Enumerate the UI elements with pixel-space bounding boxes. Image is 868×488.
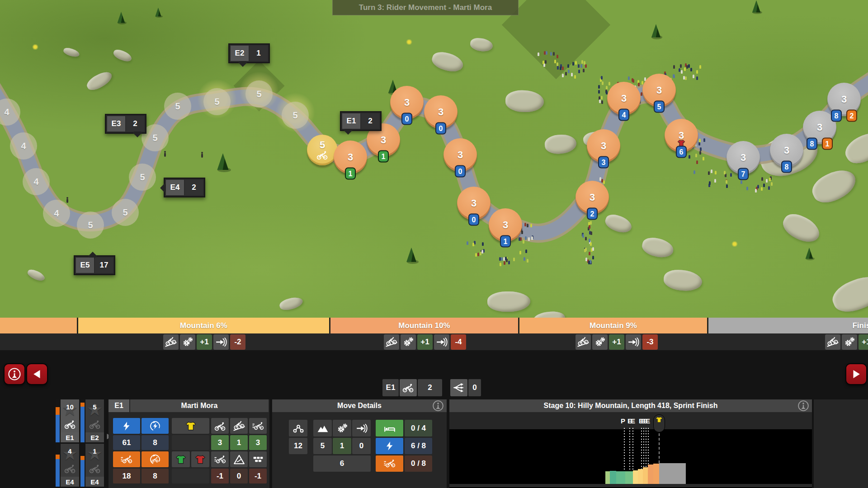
profile-marker: E [646,417,650,425]
road-space-passed: 5 [129,164,156,191]
rider-thumb-e4[interactable]: ★4E4 [61,444,79,487]
pine-tree [651,24,661,39]
modifier-value: +1 [609,334,624,350]
move-row-value: 2 [418,379,442,396]
sprint-penalty: -1 [211,469,229,483]
leader-marker-line [659,433,660,463]
crowd-cluster [581,212,593,262]
space-badge: 4 [618,109,629,121]
move-row-alt: 0 [468,379,481,396]
crowd-cluster [536,51,561,71]
move-details-info-icon[interactable] [432,400,444,412]
info-button[interactable] [5,364,24,384]
back-button[interactable] [27,364,47,384]
bottom-panel: E1 2 0 ★10E1★5E2★4E4★1E4 E1 Marti Mora 6… [0,350,868,488]
stage-segment: Mountain 10% [329,318,518,333]
bike-icon [89,464,101,474]
modifier-value: -2 [230,334,245,350]
sprint-icon [376,455,403,472]
slipstream-icon [352,420,371,436]
tree-cone [155,8,162,18]
space-badge: 0 [468,214,479,226]
green-jersey-cell [172,451,190,467]
route-icon [289,420,307,436]
climb-terrain-icon [230,418,248,434]
climb-icon [825,334,840,350]
road-space-passed: 4 [43,200,70,227]
rest-value: 0 / 4 [405,420,432,436]
segment-modifiers: +1 [825,334,868,350]
gears-icon [401,334,416,350]
profile-marker: P [621,417,625,425]
segment-modifier-strip: +1-2+1-4+1-3+1 [0,333,868,350]
rider-thumb-label: E2 [85,432,104,442]
stage-info-icon[interactable] [797,400,809,412]
energy-recovery-icon [142,418,169,434]
tree-cone [406,248,417,264]
route-value: 12 [289,438,307,454]
pedestrian [164,153,166,157]
pine-tree [751,0,761,14]
route-options-icon [450,379,467,396]
yellow-jersey-cell [172,418,209,434]
space-badge: 2 [587,208,598,220]
pedestrian [201,154,203,158]
rider-thumb-label: E4 [85,477,104,487]
sprint-recovery-icon [142,451,169,467]
sprint-value: 18 [113,469,140,483]
descent-terrain-icon [249,418,267,434]
space-badge: 6 [676,146,687,158]
rider-thumb-e2[interactable]: ★5E2 [85,399,104,442]
rider-tooltip: E21 [228,43,270,63]
turn-banner: Turn 3: Rider Movement - Marti Mora [332,0,519,15]
road-space-passed: 5 [282,102,309,129]
forward-button[interactable] [846,364,866,384]
space-badge: 1 [345,168,356,180]
space-badge: 1 [500,235,511,248]
blank-cell [172,435,209,450]
profile-bar [643,467,648,484]
gears-icon [333,420,351,436]
rank-star: ★10 [61,399,79,419]
rider-thumb-e1[interactable]: ★10E1 [61,399,79,442]
profile-marker: E [631,417,635,425]
rider-thumb-e4[interactable]: ★1E4 [85,444,104,487]
pine-tree [117,12,126,24]
road-space-passed: 5 [164,93,191,120]
profile-bar [648,465,653,484]
mountain-icon [313,420,332,436]
road-space-passed: 5 [245,80,273,108]
blank-cell [172,469,209,483]
segment-modifiers: +1-4 [384,334,466,350]
side-filler [814,399,868,488]
crowd-cluster [466,241,484,253]
climb-icon [576,334,591,350]
pine-tree [805,248,814,260]
segment-modifiers: +1-3 [576,334,658,350]
mountain-penalty: 0 [230,469,248,483]
rider-bike-icon [316,150,328,160]
road-space-passed: 4 [23,168,50,195]
sprint-value: 0 / 8 [405,455,432,472]
profile-bar [605,471,610,484]
pedestrian [66,199,68,203]
rank-star: ★1 [86,444,104,464]
rider-progress-bar [80,444,85,487]
leader-jersey-marker [653,414,665,432]
space-badge: 0 [435,122,446,135]
profile-bar [610,471,616,484]
gears-icon [592,334,608,350]
rider-tooltip: E32 [105,114,146,134]
pine-tree [155,8,162,18]
bike-icon [89,419,101,429]
space-badge: 7 [738,168,749,180]
segment-modifiers: +1-2 [163,334,245,350]
energy-value: 61 [113,435,140,450]
rider-card-name: Marti Mora [130,399,269,412]
cobbles-penalty: -1 [249,469,267,483]
rest-icon [376,420,403,436]
move-details-title: Move Details [272,399,447,412]
rank-star: ★5 [86,399,104,419]
mountain-sign-icon [230,451,248,467]
climb-icon [384,334,399,350]
